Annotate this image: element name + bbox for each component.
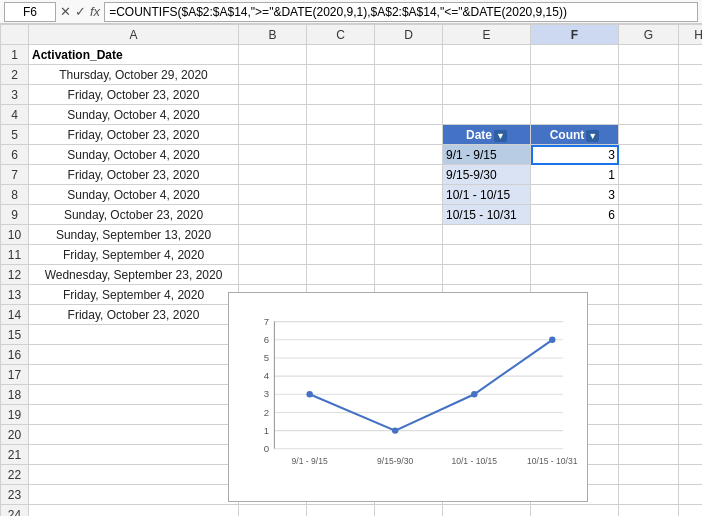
confirm-icon[interactable]: ✓ [75,4,86,19]
cell-A11[interactable]: Friday, September 4, 2020 [29,245,239,265]
cell-H24[interactable] [679,505,703,517]
cell-B12[interactable] [239,265,307,285]
cell-A17[interactable] [29,365,239,385]
cell-F7[interactable]: 1 [531,165,619,185]
cell-G14[interactable] [619,305,679,325]
cell-E7[interactable]: 9/15-9/30 [443,165,531,185]
cell-H4[interactable] [679,105,703,125]
cell-F1[interactable] [531,45,619,65]
cell-C6[interactable] [307,145,375,165]
cell-A13[interactable]: Friday, September 4, 2020 [29,285,239,305]
cell-B7[interactable] [239,165,307,185]
cell-A3[interactable]: Friday, October 23, 2020 [29,85,239,105]
cell-D11[interactable] [375,245,443,265]
cell-A10[interactable]: Sunday, September 13, 2020 [29,225,239,245]
cell-B10[interactable] [239,225,307,245]
cell-F9[interactable]: 6 [531,205,619,225]
cell-E24[interactable] [443,505,531,517]
col-header-C[interactable]: C [307,25,375,45]
cell-C7[interactable] [307,165,375,185]
cell-F2[interactable] [531,65,619,85]
cell-E12[interactable] [443,265,531,285]
cell-A12[interactable]: Wednesday, September 23, 2020 [29,265,239,285]
cell-A20[interactable] [29,425,239,445]
cell-A7[interactable]: Friday, October 23, 2020 [29,165,239,185]
cell-E2[interactable] [443,65,531,85]
cell-H13[interactable] [679,285,703,305]
cell-H9[interactable] [679,205,703,225]
cell-A19[interactable] [29,405,239,425]
cell-F6[interactable]: 3 [531,145,619,165]
cell-G6[interactable] [619,145,679,165]
cell-A18[interactable] [29,385,239,405]
cell-C10[interactable] [307,225,375,245]
cell-G17[interactable] [619,365,679,385]
cell-E5[interactable]: Date▼ [443,125,531,145]
cell-C1[interactable] [307,45,375,65]
cell-G8[interactable] [619,185,679,205]
cell-G23[interactable] [619,485,679,505]
cell-C12[interactable] [307,265,375,285]
cell-F12[interactable] [531,265,619,285]
cell-F24[interactable] [531,505,619,517]
cell-H21[interactable] [679,445,703,465]
cell-G4[interactable] [619,105,679,125]
cell-B4[interactable] [239,105,307,125]
cell-A6[interactable]: Sunday, October 4, 2020 [29,145,239,165]
col-header-A[interactable]: A [29,25,239,45]
cell-A21[interactable] [29,445,239,465]
cell-A9[interactable]: Sunday, October 23, 2020 [29,205,239,225]
cell-G24[interactable] [619,505,679,517]
cell-E3[interactable] [443,85,531,105]
cell-D3[interactable] [375,85,443,105]
cell-G1[interactable] [619,45,679,65]
cell-H6[interactable] [679,145,703,165]
cell-E4[interactable] [443,105,531,125]
cell-E11[interactable] [443,245,531,265]
cell-F8[interactable]: 3 [531,185,619,205]
cell-A2[interactable]: Thursday, October 29, 2020 [29,65,239,85]
cell-C11[interactable] [307,245,375,265]
cell-A22[interactable] [29,465,239,485]
cell-C3[interactable] [307,85,375,105]
cell-G3[interactable] [619,85,679,105]
cell-A16[interactable] [29,345,239,365]
cell-G18[interactable] [619,385,679,405]
cell-E8[interactable]: 10/1 - 10/15 [443,185,531,205]
cancel-icon[interactable]: ✕ [60,4,71,19]
cell-H16[interactable] [679,345,703,365]
cell-D7[interactable] [375,165,443,185]
cell-H5[interactable] [679,125,703,145]
cell-A14[interactable]: Friday, October 23, 2020 [29,305,239,325]
cell-H14[interactable] [679,305,703,325]
col-header-E[interactable]: E [443,25,531,45]
cell-H2[interactable] [679,65,703,85]
cell-G21[interactable] [619,445,679,465]
cell-B24[interactable] [239,505,307,517]
cell-B5[interactable] [239,125,307,145]
cell-H11[interactable] [679,245,703,265]
cell-H18[interactable] [679,385,703,405]
col-header-H[interactable]: H [679,25,703,45]
cell-H17[interactable] [679,365,703,385]
cell-H23[interactable] [679,485,703,505]
cell-G9[interactable] [619,205,679,225]
cell-G7[interactable] [619,165,679,185]
cell-F4[interactable] [531,105,619,125]
col-header-G[interactable]: G [619,25,679,45]
cell-A8[interactable]: Sunday, October 4, 2020 [29,185,239,205]
cell-H15[interactable] [679,325,703,345]
cell-F5[interactable]: Count▼ [531,125,619,145]
cell-C8[interactable] [307,185,375,205]
cell-E9[interactable]: 10/15 - 10/31 [443,205,531,225]
cell-D4[interactable] [375,105,443,125]
cell-G12[interactable] [619,265,679,285]
cell-B1[interactable] [239,45,307,65]
col-header-D[interactable]: D [375,25,443,45]
cell-G10[interactable] [619,225,679,245]
cell-G15[interactable] [619,325,679,345]
cell-reference-box[interactable] [4,2,56,22]
function-icon[interactable]: fx [90,4,100,19]
cell-B11[interactable] [239,245,307,265]
cell-A5[interactable]: Friday, October 23, 2020 [29,125,239,145]
